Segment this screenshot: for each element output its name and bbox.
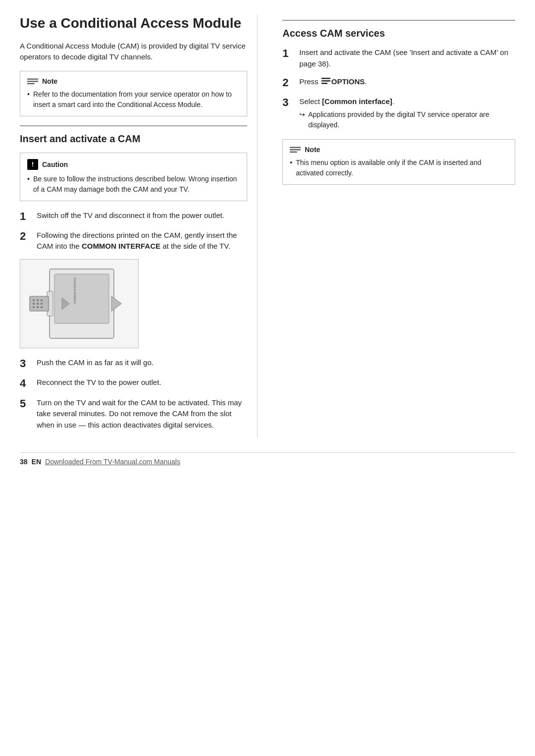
access-step-3: 3 Select [Common interface]. Application… [282, 96, 515, 130]
svg-rect-1 [27, 81, 38, 82]
note-header-1: Note [27, 77, 240, 85]
main-title: Use a Conditional Access Module [20, 15, 247, 32]
svg-text:COMMON INTERFACE: COMMON INTERFACE [73, 277, 76, 304]
svg-point-15 [41, 306, 43, 308]
access-steps: 1 Insert and activate the CAM (see 'Inse… [282, 47, 515, 130]
step-number-3: 3 [20, 357, 31, 370]
step-number-5: 5 [20, 397, 31, 410]
step-text-1: Switch off the TV and disconnect it from… [37, 210, 247, 221]
access-cam-title: Access CAM services [282, 20, 515, 39]
page-number: 38 [20, 458, 28, 466]
step3-bracket: [Common interface] [322, 97, 392, 106]
step-text-3: Push the CAM in as far as it will go. [37, 357, 247, 369]
step-3: 3 Push the CAM in as far as it will go. [20, 357, 247, 370]
svg-point-9 [33, 306, 35, 308]
note-item-1-1: Refer to the documentation from your ser… [27, 89, 240, 110]
svg-point-7 [33, 299, 35, 301]
right-column: Access CAM services 1 Insert and activat… [277, 15, 515, 437]
access-step-text-1: Insert and activate the CAM (see 'Insert… [299, 47, 515, 69]
access-step-number-2: 2 [282, 76, 293, 89]
step-2: 2 Following the directions printed on th… [20, 230, 247, 252]
svg-rect-23 [290, 149, 301, 150]
note-icon-1 [27, 77, 38, 85]
options-icon [321, 78, 331, 84]
step-1: 1 Switch off the TV and disconnect it fr… [20, 210, 247, 223]
step-text-5: Turn on the TV and wait for the CAM to b… [37, 397, 247, 431]
access-step-2: 2 Press OPTIONS. [282, 76, 515, 89]
svg-point-14 [41, 303, 43, 305]
svg-point-10 [37, 299, 39, 301]
step-number-1: 1 [20, 210, 31, 223]
access-step-number-1: 1 [282, 47, 293, 60]
left-column: Use a Conditional Access Module A Condit… [20, 15, 258, 437]
svg-point-11 [37, 303, 39, 305]
caution-icon: ! [27, 159, 38, 170]
step-text-2: Following the directions printed on the … [37, 230, 247, 252]
footer-link[interactable]: Downloaded From TV-Manual.com Manuals [45, 458, 180, 466]
step-5: 5 Turn on the TV and wait for the CAM to… [20, 397, 247, 431]
step3-before: Select [299, 97, 322, 106]
access-step-number-3: 3 [282, 96, 293, 109]
svg-point-8 [33, 303, 35, 305]
step-text-4: Reconnect the TV to the power outlet. [37, 377, 247, 388]
step-number-2: 2 [20, 230, 31, 243]
note-header-right: Note [290, 146, 508, 154]
svg-point-13 [41, 299, 43, 301]
access-step-text-3: Select [Common interface]. Applications … [299, 96, 515, 130]
step2-before: Press [299, 77, 321, 86]
caution-list: Be sure to follow the instructions descr… [27, 174, 240, 195]
step2-options: OPTIONS [331, 77, 365, 86]
footer: 38 EN Downloaded From TV-Manual.com Manu… [20, 452, 515, 466]
svg-rect-21 [321, 83, 327, 84]
svg-marker-17 [111, 296, 121, 311]
svg-rect-22 [290, 147, 301, 148]
note-label-1: Note [42, 77, 57, 85]
note-item-right-1: This menu option is available only if th… [290, 158, 508, 178]
insert-steps-2: 3 Push the CAM in as far as it will go. … [20, 357, 247, 431]
step-4: 4 Reconnect the TV to the power outlet. [20, 377, 247, 390]
caution-header: ! Caution [27, 159, 240, 170]
intro-text: A Conditional Access Module (CAM) is pro… [20, 41, 247, 63]
caution-box: ! Caution Be sure to follow the instruct… [20, 153, 247, 201]
access-step-text-2: Press OPTIONS. [299, 76, 515, 88]
note-box-right: Note This menu option is available only … [282, 139, 515, 185]
step-number-4: 4 [20, 377, 31, 390]
insert-steps: 1 Switch off the TV and disconnect it fr… [20, 210, 247, 252]
note-list-right: This menu option is available only if th… [290, 158, 508, 178]
cam-diagram: COMMON INTERFACE [20, 259, 139, 348]
step2-part2: at the side of the TV. [160, 242, 230, 250]
step3-sub: Applications provided by the digital TV … [299, 109, 515, 130]
caution-item-1: Be sure to follow the instructions descr… [27, 174, 240, 195]
caution-label: Caution [42, 161, 68, 168]
svg-point-12 [37, 306, 39, 308]
svg-rect-24 [290, 152, 297, 153]
page-lang: EN [32, 458, 41, 466]
svg-rect-2 [27, 83, 35, 84]
step3-after: . [392, 97, 394, 106]
svg-rect-19 [321, 78, 330, 79]
svg-rect-20 [321, 80, 330, 82]
access-step-1: 1 Insert and activate the CAM (see 'Inse… [282, 47, 515, 69]
note-box-1: Note Refer to the documentation from you… [20, 71, 247, 116]
svg-rect-6 [30, 296, 49, 311]
insert-title: Insert and activate a CAM [20, 125, 247, 145]
note-label-right: Note [305, 146, 320, 154]
note-list-1: Refer to the documentation from your ser… [27, 89, 240, 110]
page-layout: Use a Conditional Access Module A Condit… [20, 15, 515, 437]
svg-rect-0 [27, 78, 38, 79]
step2-after: . [365, 77, 367, 86]
note-icon-right [290, 146, 301, 154]
step2-bold: COMMON INTERFACE [82, 242, 160, 250]
